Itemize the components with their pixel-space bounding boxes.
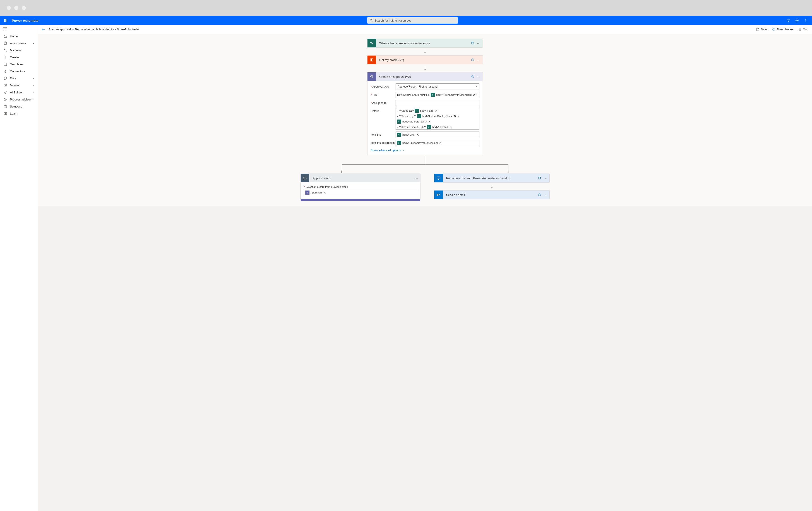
step-title: Run a flow built with Power Automate for… xyxy=(443,177,538,180)
arrow-down-icon: ↓ xyxy=(424,49,426,54)
sidebar-item-learn[interactable]: Learn xyxy=(0,110,38,117)
more-menu-button[interactable]: ··· xyxy=(477,75,481,79)
output-select-input[interactable]: Approvers ✕ xyxy=(304,189,417,196)
field-label-item-link: Item link xyxy=(371,132,396,136)
title-input[interactable]: Review new SharePoint file ' S body/{Fil… xyxy=(396,91,480,98)
item-link-input[interactable]: Sbody/{Link}✕ xyxy=(396,132,480,138)
step-header[interactable]: Apply to each ··· xyxy=(301,174,420,182)
step-send-email[interactable]: O Send an email ··· xyxy=(434,190,550,199)
step-title: Get my profile (V2) xyxy=(376,58,471,62)
more-menu-button[interactable]: ··· xyxy=(477,42,481,45)
help-icon[interactable] xyxy=(471,75,474,79)
svg-point-19 xyxy=(6,91,6,92)
hamburger-icon xyxy=(3,27,7,30)
test-button[interactable]: Test xyxy=(799,28,808,31)
remove-token-button[interactable]: ✕ xyxy=(425,120,428,124)
search-input[interactable]: Search for helpful resources xyxy=(367,17,458,24)
svg-rect-42 xyxy=(437,177,440,179)
sidebar-item-templates[interactable]: Templates xyxy=(0,61,38,68)
more-menu-button[interactable]: ··· xyxy=(544,177,548,180)
remove-token-button[interactable]: ✕ xyxy=(454,114,457,118)
svg-point-20 xyxy=(5,93,6,94)
remove-token-button[interactable]: ✕ xyxy=(449,125,452,129)
step-when-file-created[interactable]: S When a file is created (properties onl… xyxy=(367,38,483,48)
chevron-down-icon xyxy=(32,99,35,101)
sidebar-item-solutions[interactable]: Solutions xyxy=(0,103,38,110)
clipboard-icon xyxy=(3,42,7,45)
step-header[interactable]: Create an approval (V2) ··· xyxy=(368,72,483,81)
help-icon[interactable] xyxy=(804,19,808,22)
step-run-desktop-flow[interactable]: Run a flow built with Power Automate for… xyxy=(434,173,550,183)
dynamic-token[interactable]: Approvers ✕ xyxy=(306,190,326,195)
connector-line xyxy=(425,155,425,164)
flow-canvas: S When a file is created (properties onl… xyxy=(38,34,812,206)
step-get-profile[interactable]: Get my profile (V2) ··· xyxy=(367,55,483,64)
sidebar-item-process-advisor[interactable]: Process advisor xyxy=(0,96,38,103)
sidebar-item-action-items[interactable]: Action items xyxy=(0,40,38,47)
back-button[interactable] xyxy=(42,28,45,31)
field-label-item-link-desc: Item link description xyxy=(371,140,396,144)
test-icon xyxy=(799,28,802,31)
save-icon xyxy=(756,28,759,31)
settings-icon[interactable] xyxy=(795,19,799,22)
sidebar-item-label: Learn xyxy=(10,112,18,115)
dynamic-token[interactable]: S body/{FilenameWithExtension} ✕ xyxy=(431,93,475,97)
svg-rect-23 xyxy=(757,28,758,29)
svg-rect-30 xyxy=(371,59,372,61)
sidebar-item-create[interactable]: Create xyxy=(0,54,38,61)
help-icon[interactable] xyxy=(538,193,541,197)
flow-checker-button[interactable]: Flow checker xyxy=(772,28,794,31)
sidebar-item-connectors[interactable]: Connectors xyxy=(0,68,38,75)
sidebar-item-label: Monitor xyxy=(10,84,20,87)
dynamic-token[interactable]: Sbody/{Path}✕ xyxy=(415,109,437,113)
sidebar-item-label: AI Builder xyxy=(10,91,23,94)
details-input[interactable]: - **Added to:** Sbody/{Path}✕ - **Create… xyxy=(396,108,480,130)
more-menu-button[interactable]: ··· xyxy=(477,58,481,62)
chrome-dot xyxy=(14,6,18,10)
remove-token-button[interactable]: ✕ xyxy=(473,93,475,97)
connector-icon xyxy=(3,70,7,73)
sharepoint-icon: S xyxy=(368,39,376,47)
remove-token-button[interactable]: ✕ xyxy=(439,141,442,145)
dynamic-token[interactable]: Sbody/Author/Email✕ xyxy=(397,119,428,124)
remove-token-button[interactable]: ✕ xyxy=(435,109,437,112)
hamburger-button[interactable] xyxy=(0,25,38,33)
environment-icon[interactable] xyxy=(787,19,790,22)
sidebar-item-my-flows[interactable]: My flows xyxy=(0,47,38,54)
help-icon[interactable] xyxy=(538,177,541,180)
plus-icon xyxy=(3,56,7,59)
more-menu-button[interactable]: ··· xyxy=(544,193,548,197)
save-button[interactable]: Save xyxy=(756,28,767,31)
sharepoint-token-icon: S xyxy=(397,141,401,145)
app-launcher-button[interactable] xyxy=(2,19,9,22)
step-apply-to-each: Apply to each ··· * Select an output fro… xyxy=(300,173,420,201)
sidebar-item-home[interactable]: Home xyxy=(0,33,38,40)
remove-token-button[interactable]: ✕ xyxy=(416,133,419,137)
chevron-down-icon xyxy=(475,85,477,88)
svg-text:S: S xyxy=(416,110,417,112)
dynamic-token[interactable]: Sbody/{Link}✕ xyxy=(397,133,419,137)
show-advanced-link[interactable]: Show advanced options xyxy=(371,148,480,153)
dynamic-token[interactable]: Sbody/Created✕ xyxy=(427,125,452,129)
dynamic-token[interactable]: Sbody/{FilenameWithExtension}✕ xyxy=(397,141,442,145)
arrow-down-icon: ↓ xyxy=(508,169,510,174)
help-icon[interactable] xyxy=(471,42,474,45)
sharepoint-token-icon: S xyxy=(431,93,435,97)
arrow-down-icon: ↓ xyxy=(340,169,343,174)
sidebar-item-data[interactable]: Data xyxy=(0,75,38,82)
svg-text:S: S xyxy=(432,94,433,96)
sidebar-item-monitor[interactable]: Monitor xyxy=(0,82,38,89)
svg-text:S: S xyxy=(398,134,400,136)
more-menu-button[interactable]: ··· xyxy=(415,177,418,180)
svg-point-26 xyxy=(372,43,373,44)
dynamic-token[interactable]: Sbody/Author/DisplayName✕ xyxy=(417,114,457,118)
item-link-desc-input[interactable]: Sbody/{FilenameWithExtension}✕ xyxy=(396,140,480,146)
remove-token-button[interactable]: ✕ xyxy=(323,191,326,194)
approval-type-select[interactable]: Approve/Reject - First to respond xyxy=(396,83,480,90)
sidebar-item-ai-builder[interactable]: AI Builder xyxy=(0,89,38,96)
svg-point-24 xyxy=(772,28,775,31)
sharepoint-token-icon: S xyxy=(427,125,431,129)
svg-text:O: O xyxy=(437,194,438,195)
assigned-to-input[interactable] xyxy=(396,100,480,106)
help-icon[interactable] xyxy=(471,58,474,62)
